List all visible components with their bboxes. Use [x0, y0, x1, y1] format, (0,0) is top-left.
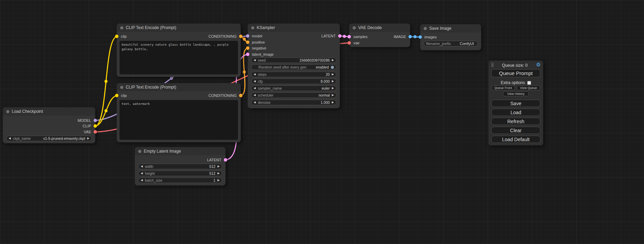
arrow-right-icon[interactable]: ▶ [332, 73, 334, 76]
slot-dot-samples[interactable] [347, 35, 351, 38]
slot-dot-clip[interactable] [115, 35, 118, 38]
load-default-button[interactable]: Load Default [491, 136, 540, 143]
arrow-left-icon[interactable]: ◀ [141, 179, 143, 182]
arrow-left-icon[interactable]: ◀ [254, 80, 256, 83]
node-empty-latent-image[interactable]: Empty Latent Image LATENT ◀ width 512 ▶ … [135, 147, 226, 186]
arrow-right-icon[interactable]: ▶ [332, 80, 334, 83]
arrow-right-icon[interactable]: ▶ [332, 94, 334, 97]
widget-sampler-name[interactable]: ◀ sampler_name euler ▶ [251, 85, 336, 91]
slot-dot-model[interactable] [94, 119, 97, 122]
arrow-right-icon[interactable]: ▶ [332, 101, 334, 104]
output-slot-clip[interactable]: CLIP [83, 123, 97, 129]
arrow-left-icon[interactable]: ◀ [254, 73, 256, 76]
slot-dot-clip[interactable] [115, 94, 118, 97]
slot-dot-latent[interactable] [338, 34, 342, 38]
view-history-button[interactable]: View History [503, 91, 529, 96]
arrow-left-icon[interactable]: ◀ [254, 87, 256, 90]
slot-dot-conditioning[interactable] [239, 94, 242, 97]
output-slot-conditioning[interactable]: CONDITIONING [209, 93, 242, 98]
slot-dot-conditioning[interactable] [239, 35, 242, 38]
settings-gear-icon[interactable]: ⚙ [536, 62, 541, 68]
node-title-bar[interactable]: CLIP Text Encode (Prompt) [117, 24, 241, 32]
collapse-dot-icon[interactable] [424, 27, 427, 30]
input-slot-images[interactable]: images [418, 34, 436, 40]
input-slot-samples[interactable]: samples [347, 34, 368, 39]
collapse-dot-icon[interactable] [120, 26, 123, 29]
node-clip-text-encode-positive[interactable]: CLIP Text Encode (Prompt) clip CONDITION… [117, 24, 241, 77]
arrow-right-icon[interactable]: ▶ [218, 172, 220, 175]
collapse-dot-icon[interactable] [353, 26, 356, 29]
slot-dot-clip[interactable] [94, 124, 97, 128]
output-slot-vae[interactable]: VAE [84, 129, 97, 135]
node-load-checkpoint[interactable]: Load Checkpoint MODEL CLIP VAE ◀ ckpt_na… [3, 107, 95, 143]
arrow-left-icon[interactable]: ◀ [9, 137, 11, 140]
node-save-image[interactable]: Save Image images filename_prefix ComfyU… [420, 24, 481, 50]
queue-prompt-button[interactable]: Queue Prompt [491, 69, 540, 77]
input-slot-latent-image[interactable]: latent_image [246, 52, 274, 57]
slot-dot-image[interactable] [408, 35, 412, 38]
collapse-dot-icon[interactable] [251, 26, 254, 29]
output-slot-latent[interactable]: LATENT [207, 157, 227, 163]
widget-scheduler[interactable]: ◀ scheduler normal ▶ [251, 92, 336, 98]
arrow-left-icon[interactable]: ◀ [254, 101, 256, 104]
widget-batch-size[interactable]: ◀ batch_size 1 ▶ [138, 178, 222, 183]
slot-dot-negative[interactable] [246, 46, 249, 50]
input-slot-positive[interactable]: positive [246, 39, 265, 45]
arrow-right-icon[interactable]: ▶ [218, 165, 220, 168]
slot-dot-images[interactable] [418, 35, 422, 39]
output-slot-model[interactable]: MODEL [78, 118, 97, 123]
node-title-bar[interactable]: Empty Latent Image [135, 147, 226, 155]
arrow-left-icon[interactable]: ◀ [254, 94, 256, 97]
output-slot-conditioning[interactable]: CONDITIONING [209, 34, 242, 39]
slot-dot-positive[interactable] [246, 40, 249, 44]
prompt-textarea[interactable]: beautiful scenery nature glass bottle la… [120, 41, 238, 74]
slot-dot-vae[interactable] [94, 130, 97, 134]
node-title-bar[interactable]: Save Image [420, 24, 481, 33]
clear-button[interactable]: Clear [491, 127, 540, 134]
extra-options-checkbox[interactable] [527, 81, 531, 85]
widget-filename-prefix[interactable]: filename_prefix ComfyUI [424, 41, 478, 46]
queue-front-button[interactable]: Queue Front [492, 85, 515, 90]
widget-height[interactable]: ◀ height 512 ▶ [138, 171, 222, 176]
collapse-dot-icon[interactable] [138, 150, 141, 153]
arrow-right-icon[interactable]: ▶ [332, 59, 334, 62]
input-slot-clip[interactable]: clip [115, 93, 127, 98]
input-slot-vae[interactable]: vae [347, 40, 360, 46]
graph-canvas[interactable]: Load Checkpoint MODEL CLIP VAE ◀ ckpt_na… [0, 0, 644, 244]
slot-dot-vae[interactable] [347, 41, 351, 45]
node-ksampler[interactable]: KSampler model positive negative latent_… [248, 24, 340, 108]
widget-steps[interactable]: ◀ steps 20 ▶ [251, 72, 336, 77]
input-slot-model[interactable]: model [246, 33, 262, 39]
widget-denoise[interactable]: ◀ denoise 1.000 ▶ [251, 100, 336, 105]
node-title-bar[interactable]: CLIP Text Encode (Prompt) [117, 83, 241, 91]
input-slot-negative[interactable]: negative [246, 45, 266, 51]
prompt-textarea[interactable]: text, watermark [120, 100, 238, 140]
menu-drag-handle-icon[interactable]: ⣿ [491, 62, 494, 67]
collapse-dot-icon[interactable] [6, 110, 9, 113]
toggle-knob[interactable] [331, 66, 334, 69]
arrow-right-icon[interactable]: ▶ [332, 87, 334, 90]
node-clip-text-encode-negative[interactable]: CLIP Text Encode (Prompt) clip CONDITION… [117, 83, 241, 142]
node-title-bar[interactable]: KSampler [248, 24, 340, 32]
slot-dot-model[interactable] [246, 34, 249, 38]
output-slot-image[interactable]: IMAGE [394, 34, 412, 39]
view-queue-button[interactable]: View Queue [517, 85, 540, 90]
arrow-right-icon[interactable]: ▶ [87, 137, 89, 140]
arrow-left-icon[interactable]: ◀ [254, 59, 256, 62]
widget-cfg[interactable]: ◀ cfg 8.000 ▶ [251, 79, 336, 84]
node-title-bar[interactable]: Load Checkpoint [3, 107, 95, 116]
output-slot-latent[interactable]: LATENT [321, 33, 342, 39]
input-slot-clip[interactable]: clip [115, 34, 127, 39]
widget-seed[interactable]: ◀ seed 156680208700286 ▶ [251, 57, 336, 63]
widget-random-seed[interactable]: Random seed after every gen enabled [251, 64, 336, 70]
slot-dot-latent[interactable] [224, 158, 227, 162]
arrow-left-icon[interactable]: ◀ [141, 172, 143, 175]
arrow-right-icon[interactable]: ▶ [218, 179, 220, 182]
widget-width[interactable]: ◀ width 512 ▶ [138, 164, 222, 169]
arrow-left-icon[interactable]: ◀ [141, 165, 143, 168]
load-button[interactable]: Load [491, 109, 540, 116]
refresh-button[interactable]: Refresh [491, 118, 540, 125]
slot-dot-latent-image[interactable] [246, 53, 249, 56]
widget-ckpt-name[interactable]: ◀ ckpt_name v1-5-pruned-emaonly.ckpt ▶ [6, 136, 92, 141]
node-vae-decode[interactable]: VAE Decode samples vae IMAGE [349, 24, 410, 47]
